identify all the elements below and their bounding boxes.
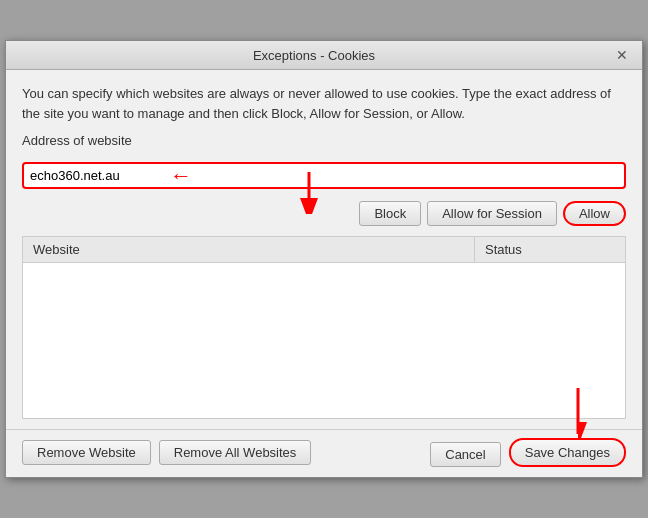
status-column-header: Status xyxy=(475,237,625,262)
description-text: You can specify which websites are alway… xyxy=(22,84,626,123)
allow-arrow-annotation xyxy=(295,170,323,217)
down-arrow-allow-svg xyxy=(295,170,323,214)
block-button[interactable]: Block xyxy=(359,201,421,226)
exceptions-cookies-dialog: Exceptions - Cookies ✕ You can specify w… xyxy=(5,40,643,478)
save-arrow-annotation xyxy=(564,386,592,441)
down-arrow-save-svg xyxy=(564,386,592,438)
address-input[interactable] xyxy=(22,162,626,189)
dialog-title: Exceptions - Cookies xyxy=(16,48,612,63)
cancel-button[interactable]: Cancel xyxy=(430,442,500,467)
address-label: Address of website xyxy=(22,133,626,148)
confirm-buttons: Cancel Save Changes xyxy=(430,438,626,467)
close-button[interactable]: ✕ xyxy=(612,47,632,63)
remove-buttons: Remove Website Remove All Websites xyxy=(22,440,311,465)
remove-website-button[interactable]: Remove Website xyxy=(22,440,151,465)
bottom-buttons-row: Remove Website Remove All Websites Cance… xyxy=(6,429,642,477)
save-changes-button[interactable]: Save Changes xyxy=(509,438,626,467)
table-body xyxy=(23,263,625,418)
website-column-header: Website xyxy=(23,237,475,262)
table-header: Website Status xyxy=(23,237,625,263)
allow-for-session-button[interactable]: Allow for Session xyxy=(427,201,557,226)
action-buttons-row: Block Allow for Session Allow xyxy=(22,201,626,226)
remove-all-websites-button[interactable]: Remove All Websites xyxy=(159,440,312,465)
titlebar: Exceptions - Cookies ✕ xyxy=(6,41,642,70)
website-table: Website Status xyxy=(22,236,626,419)
address-row: ← xyxy=(22,162,626,189)
dialog-content: You can specify which websites are alway… xyxy=(6,70,642,429)
allow-button[interactable]: Allow xyxy=(563,201,626,226)
